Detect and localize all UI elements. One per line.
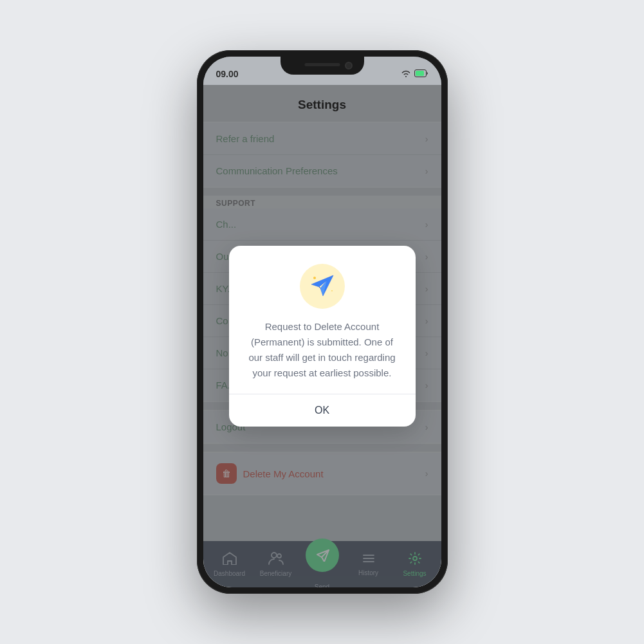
battery-icon xyxy=(414,69,428,79)
status-icons xyxy=(401,69,428,79)
svg-point-10 xyxy=(331,290,333,291)
modal-box: Request to Delete Account (Permanent) is… xyxy=(229,246,416,427)
notch-camera xyxy=(345,62,353,69)
notch xyxy=(281,57,364,75)
svg-point-8 xyxy=(313,277,316,279)
modal-message: Request to Delete Account (Permanent) is… xyxy=(244,319,400,381)
modal-icon-wrap xyxy=(244,264,400,309)
modal-ok-button[interactable]: OK xyxy=(244,394,400,427)
modal-overlay: Request to Delete Account (Permanent) is… xyxy=(203,85,441,587)
modal-emoji-circle xyxy=(300,264,345,309)
status-time: 09.00 xyxy=(216,69,239,79)
phone-frame: 09.00 xyxy=(197,50,448,594)
notch-speaker xyxy=(304,63,340,66)
svg-rect-1 xyxy=(416,71,424,76)
phone-screen: 09.00 xyxy=(203,57,441,587)
screen: Settings Refer a friend › Communication … xyxy=(203,85,441,587)
wifi-icon xyxy=(401,69,411,79)
